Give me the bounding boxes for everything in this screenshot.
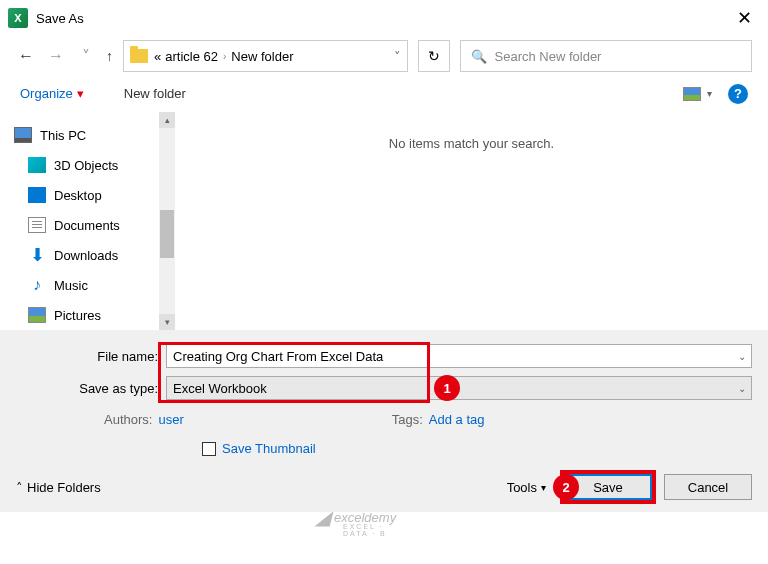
tree-label: 3D Objects [54, 158, 118, 173]
filename-value: Creating Org Chart From Excel Data [173, 349, 383, 364]
up-icon[interactable]: ↑ [106, 48, 113, 64]
breadcrumb-part[interactable]: article 62 [165, 49, 218, 64]
chevron-up-icon: ˄ [16, 480, 23, 495]
new-folder-button[interactable]: New folder [124, 86, 186, 101]
search-input[interactable]: 🔍 Search New folder [460, 40, 753, 72]
filetype-value: Excel Workbook [173, 381, 267, 396]
save-label: Save [593, 480, 623, 495]
folder-tree: This PC 3D Objects Desktop Documents ⬇ D… [0, 112, 175, 330]
documents-icon [28, 217, 46, 233]
tree-item-this-pc[interactable]: This PC [14, 120, 175, 150]
downloads-icon: ⬇ [28, 247, 46, 263]
authors-value[interactable]: user [158, 412, 183, 427]
chevron-down-icon: ▾ [77, 86, 84, 101]
organize-button[interactable]: Organize ▾ [20, 86, 84, 101]
cancel-button[interactable]: Cancel [664, 474, 752, 500]
search-placeholder: Search New folder [495, 49, 602, 64]
authors-label: Authors: [104, 412, 152, 427]
save-thumbnail-label: Save Thumbnail [222, 441, 316, 456]
refresh-button[interactable]: ↻ [418, 40, 450, 72]
help-icon[interactable]: ? [728, 84, 748, 104]
filename-input[interactable]: Creating Org Chart From Excel Data ⌄ [166, 344, 752, 368]
pictures-icon [28, 307, 46, 323]
scroll-thumb[interactable] [160, 210, 174, 258]
chevron-down-icon[interactable]: ⌄ [738, 383, 746, 394]
breadcrumb-part[interactable]: New folder [231, 49, 293, 64]
desktop-icon [28, 187, 46, 203]
tree-item[interactable]: Documents [14, 210, 175, 240]
scroll-down-icon[interactable]: ▾ [159, 314, 175, 330]
breadcrumb-prefix: « [154, 49, 161, 64]
type-label: Save as type: [16, 381, 166, 396]
tools-label: Tools [507, 480, 537, 495]
close-icon[interactable]: ✕ [728, 2, 760, 34]
tags-label: Tags: [392, 412, 423, 427]
tree-item[interactable]: ⬇ Downloads [14, 240, 175, 270]
view-icon[interactable] [683, 87, 701, 101]
music-icon: ♪ [28, 277, 46, 293]
recent-dropdown-icon[interactable]: ˅ [76, 47, 96, 66]
organize-label: Organize [20, 86, 73, 101]
tree-label: Music [54, 278, 88, 293]
chevron-down-icon[interactable]: ▾ [707, 88, 712, 99]
tree-item[interactable]: 3D Objects [14, 150, 175, 180]
cancel-label: Cancel [688, 480, 728, 495]
scrollbar[interactable]: ▴ ▾ [159, 112, 175, 330]
hide-folders-button[interactable]: ˄ Hide Folders [16, 480, 101, 495]
breadcrumb[interactable]: « article 62 › New folder ˅ [123, 40, 408, 72]
tools-button[interactable]: Tools ▾ [507, 480, 546, 495]
3d-objects-icon [28, 157, 46, 173]
tags-value[interactable]: Add a tag [429, 412, 485, 427]
tree-item[interactable]: ♪ Music [14, 270, 175, 300]
save-thumbnail-checkbox[interactable] [202, 442, 216, 456]
tree-item[interactable]: Pictures [14, 300, 175, 330]
chevron-down-icon[interactable]: ˅ [394, 49, 401, 64]
pc-icon [14, 127, 32, 143]
tree-label: Documents [54, 218, 120, 233]
forward-icon: → [46, 47, 66, 65]
tree-label: Pictures [54, 308, 101, 323]
tree-item[interactable]: Desktop [14, 180, 175, 210]
file-list: No items match your search. [175, 112, 768, 330]
scroll-up-icon[interactable]: ▴ [159, 112, 175, 128]
hide-folders-label: Hide Folders [27, 480, 101, 495]
annotation-badge-1: 1 [434, 375, 460, 401]
annotation-badge-2: 2 [553, 474, 579, 500]
tree-label: Desktop [54, 188, 102, 203]
chevron-down-icon: ▾ [541, 482, 546, 493]
excel-icon [8, 8, 28, 28]
search-icon: 🔍 [471, 49, 487, 64]
chevron-down-icon[interactable]: ⌄ [738, 351, 746, 362]
filename-label: File name: [16, 349, 166, 364]
back-icon[interactable]: ← [16, 47, 36, 65]
folder-icon [130, 49, 148, 63]
window-title: Save As [36, 11, 84, 26]
tree-label: Downloads [54, 248, 118, 263]
empty-message: No items match your search. [389, 136, 554, 151]
tree-label: This PC [40, 128, 86, 143]
chevron-right-icon: › [223, 51, 226, 62]
